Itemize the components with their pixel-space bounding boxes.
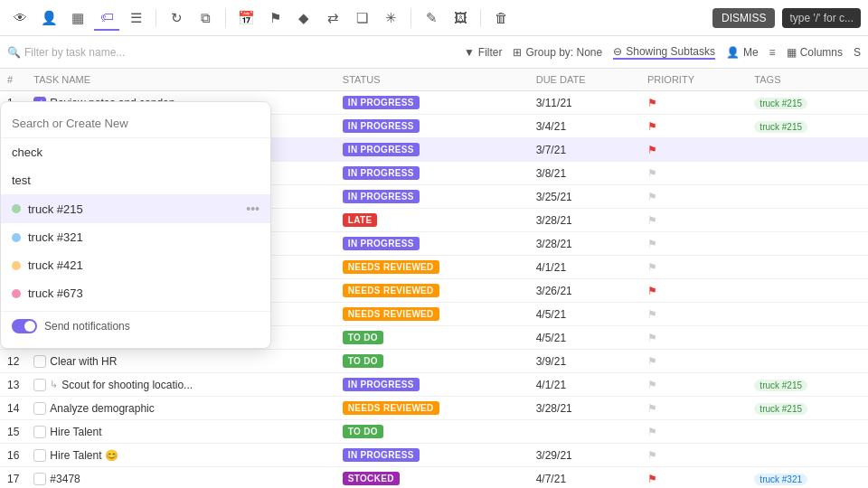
dropdown-item-test[interactable]: test (1, 166, 270, 194)
table-row[interactable]: 17 #3478 STOCKED 4/7/21 ⚑ truck #321 (0, 467, 868, 489)
status-cell: IN PROGRESS (335, 185, 529, 209)
table-row[interactable]: 16 Hire Talent 😊 IN PROGRESS 3/29/21 ⚑ (0, 444, 868, 467)
tag-dropdown: check test truck #215 ••• truck #321 tru… (0, 101, 271, 349)
dismiss-button[interactable]: DISMISS (712, 8, 775, 28)
priority-flag[interactable]: ⚑ (647, 191, 657, 203)
priority-flag[interactable]: ⚑ (647, 332, 657, 344)
priority-cell: ⚑ (640, 303, 747, 326)
priority-flag[interactable]: ⚑ (647, 97, 657, 109)
more-icon[interactable]: ••• (246, 202, 259, 216)
status-cell: TO DO (335, 326, 529, 350)
table-row[interactable]: 15 Hire Talent TO DO ⚑ (0, 420, 868, 444)
filter-bar: 🔍 Filter by task name... ▼ Filter ⊞ Grou… (0, 36, 868, 69)
tags-cell (747, 232, 868, 256)
tags-cell (747, 209, 868, 232)
priority-flag[interactable]: ⚑ (647, 238, 657, 250)
tag-chip[interactable]: truck #321 (754, 474, 807, 485)
filter-search-area[interactable]: 🔍 Filter by task name... (7, 46, 125, 59)
priority-flag[interactable]: ⚑ (647, 120, 657, 133)
table-row[interactable]: 12 Clear with HR TO DO 3/9/21 ⚑ (0, 350, 868, 373)
type-hint: type '/' for c... (782, 8, 861, 28)
priority-flag[interactable]: ⚑ (647, 261, 657, 274)
priority-flag[interactable]: ⚑ (647, 214, 657, 227)
edit-icon[interactable]: ✎ (419, 5, 444, 31)
task-name-cell[interactable]: Hire Talent (26, 420, 335, 444)
priority-flag[interactable]: ⚑ (647, 355, 657, 368)
task-name-cell[interactable]: ↳ Scout for shooting locatio... (26, 373, 335, 397)
sort-icon[interactable]: ≡ (769, 46, 776, 59)
tags-cell (747, 350, 868, 373)
task-name-cell[interactable]: Hire Talent 😊 (26, 444, 335, 467)
list-icon[interactable]: ☰ (123, 5, 148, 31)
dropdown-item-truck421[interactable]: truck #421 (1, 251, 270, 279)
truck421-label: truck #421 (28, 258, 83, 272)
checkbox[interactable] (33, 426, 46, 438)
columns-button[interactable]: ▦ Columns (787, 46, 843, 59)
calendar-icon[interactable]: 📅 (233, 5, 259, 31)
status-badge: IN PROGRESS (343, 448, 420, 462)
tag-chip[interactable]: truck #215 (754, 380, 807, 391)
table-icon[interactable]: ▦ (65, 5, 90, 31)
truck673-label: truck #673 (28, 286, 83, 300)
due-date-cell: 3/11/21 (529, 91, 640, 115)
dropdown-item-truck215[interactable]: truck #215 ••• (1, 194, 270, 223)
image-icon[interactable]: 🖼 (448, 5, 473, 31)
eye-icon[interactable]: 👁 (7, 5, 33, 31)
group-by-button[interactable]: ⊞ Group by: None (513, 46, 602, 59)
checkbox[interactable] (33, 402, 46, 415)
user-icon[interactable]: 👤 (36, 5, 61, 31)
asterisk-icon[interactable]: ✳ (378, 5, 403, 31)
checkbox[interactable] (33, 355, 46, 368)
status-cell: IN PROGRESS (335, 162, 529, 185)
task-name-cell[interactable]: #3478 (26, 467, 335, 489)
swap-icon[interactable]: ⇄ (320, 5, 345, 31)
dropdown-item-check[interactable]: check (1, 138, 270, 166)
table-container: # TASK NAME STATUS DUE DATE PRIORITY TAG… (0, 69, 868, 488)
tags-cell: truck #321 (747, 467, 868, 489)
dropdown-item-truck673[interactable]: truck #673 (1, 279, 270, 307)
task-name-cell[interactable]: Clear with HR (26, 350, 335, 373)
copy-icon[interactable]: ⧉ (193, 5, 218, 31)
tag-icon[interactable]: 🏷 (94, 5, 119, 31)
task-name: Clear with HR (50, 355, 117, 368)
trash-icon[interactable]: 🗑 (488, 5, 514, 31)
priority-cell: ⚑ (640, 138, 747, 162)
status-badge: IN PROGRESS (343, 378, 420, 391)
me-button[interactable]: 👤 Me (726, 46, 759, 59)
send-notifications-toggle[interactable] (12, 319, 37, 333)
priority-cell: ⚑ (640, 115, 747, 138)
table-row[interactable]: 14 Analyze demographic NEEDS REVIEWED 3/… (0, 397, 868, 420)
s-button[interactable]: S (854, 46, 861, 59)
priority-flag[interactable]: ⚑ (647, 285, 657, 297)
priority-flag[interactable]: ⚑ (647, 144, 657, 156)
filter-button[interactable]: ▼ Filter (464, 46, 503, 59)
priority-flag[interactable]: ⚑ (647, 167, 657, 180)
showing-subtasks-button[interactable]: ⊖ Showing Subtasks (613, 45, 715, 60)
dropdown-item-truck321[interactable]: truck #321 (1, 223, 270, 251)
checkbox[interactable] (33, 379, 46, 391)
priority-flag[interactable]: ⚑ (647, 473, 657, 485)
tag-chip[interactable]: truck #215 (754, 121, 807, 133)
diamond-icon[interactable]: ◆ (291, 5, 316, 31)
tag-chip[interactable]: truck #215 (754, 403, 807, 415)
priority-flag[interactable]: ⚑ (647, 308, 657, 321)
filter-icon: ▼ (464, 46, 475, 59)
status-cell: NEEDS REVIEWED (335, 397, 529, 420)
col-priority: PRIORITY (640, 69, 747, 91)
table-row[interactable]: 13 ↳ Scout for shooting locatio... IN PR… (0, 373, 868, 397)
truck215-color (12, 204, 21, 213)
flag-icon[interactable]: ⚑ (262, 5, 288, 31)
checkbox[interactable] (33, 473, 46, 485)
group-label: Group by: None (525, 46, 602, 59)
task-name-cell[interactable]: Analyze demographic (26, 397, 335, 420)
dropdown-search-input[interactable] (1, 109, 270, 138)
checkbox[interactable] (33, 449, 46, 462)
priority-flag[interactable]: ⚑ (647, 449, 657, 462)
priority-flag[interactable]: ⚑ (647, 402, 657, 415)
priority-flag[interactable]: ⚑ (647, 426, 657, 438)
rotate-icon[interactable]: ↻ (164, 5, 189, 31)
stack-icon[interactable]: ❏ (349, 5, 374, 31)
tag-chip[interactable]: truck #215 (754, 98, 807, 109)
priority-flag[interactable]: ⚑ (647, 379, 657, 391)
send-notifications-row: Send notifications (1, 311, 270, 341)
